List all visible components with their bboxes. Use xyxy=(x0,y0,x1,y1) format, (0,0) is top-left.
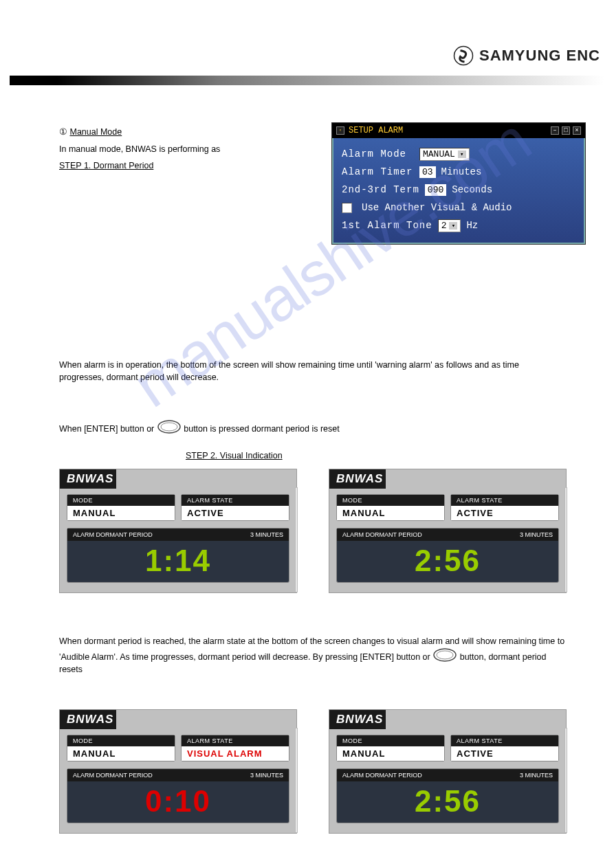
alarm-mode-label: Alarm Mode xyxy=(342,148,414,159)
mode-value: MANUAL xyxy=(67,506,175,520)
state-header: ALARM STATE xyxy=(182,495,289,506)
term-unit: Seconds xyxy=(452,184,492,195)
bnwas-title: BNWAS xyxy=(60,469,116,489)
setup-alarm-titlebar: ◦ SETUP ALARM – □ × xyxy=(332,123,585,138)
bnwas-panel-4: BNWAS MODE MANUAL ALARM STATE ACTIVE ALA… xyxy=(329,709,567,834)
brand-text: SAMYUNG ENC xyxy=(479,47,600,65)
mode-value: MANUAL xyxy=(67,746,175,761)
period-time: 2:56 xyxy=(337,781,558,823)
manual-mode-label: Manual Mode xyxy=(69,127,122,137)
window-min-icon[interactable]: – xyxy=(551,126,559,135)
step2-heading: STEP 2. Visual Indication xyxy=(186,449,283,462)
enter-prompt-line: When [ENTER] button or button is pressed… xyxy=(59,419,554,435)
state-header: ALARM STATE xyxy=(451,735,558,746)
window-menu-icon[interactable]: ◦ xyxy=(336,126,344,135)
period-label: ALARM DORMANT PERIOD xyxy=(73,772,153,779)
mode-heading-line: ① Manual Mode xyxy=(59,126,320,138)
tone-label: 1st Alarm Tone xyxy=(342,220,432,231)
dormant-period-box: ALARM DORMANT PERIOD 3 MINUTES 1:14 xyxy=(67,528,289,583)
bnwas-panel-2: BNWAS MODE MANUAL ALARM STATE ACTIVE ALA… xyxy=(329,469,567,593)
step1-heading: STEP 1. Dormant Period xyxy=(59,159,320,172)
mode-box: MODE MANUAL xyxy=(67,735,175,761)
term-input[interactable]: 090 xyxy=(425,184,446,196)
brand-logo-icon xyxy=(453,45,474,66)
brand: SAMYUNG ENC xyxy=(453,45,600,66)
setup-alarm-title: SETUP ALARM xyxy=(349,126,403,135)
mode-box: MODE MANUAL xyxy=(336,735,445,761)
period-minutes: 3 MINUTES xyxy=(250,531,283,538)
mode-value: MANUAL xyxy=(337,746,444,761)
alarm-timer-unit: Minutes xyxy=(441,166,482,177)
state-header: ALARM STATE xyxy=(182,735,289,746)
use-another-checkbox[interactable] xyxy=(342,203,352,213)
header-gradient-bar xyxy=(10,76,604,85)
mode-value: MANUAL xyxy=(337,506,444,520)
bnwas-title: BNWAS xyxy=(60,710,116,729)
bnwas-title: BNWAS xyxy=(329,469,386,489)
state-box: ALARM STATE VISUAL ALARM xyxy=(181,735,289,761)
state-value: VISUAL ALARM xyxy=(182,746,289,761)
panel-scrollbar[interactable] xyxy=(295,728,298,833)
period-minutes: 3 MINUTES xyxy=(520,531,553,538)
period-label: ALARM DORMANT PERIOD xyxy=(73,531,153,538)
alarm-timer-label: Alarm Timer xyxy=(342,166,414,177)
mode-box: MODE MANUAL xyxy=(67,494,175,521)
period-time: 2:56 xyxy=(337,541,558,582)
setup-alarm-window: ◦ SETUP ALARM – □ × Alarm Mode MANUAL▾ A… xyxy=(331,122,586,245)
use-another-label: Use Another Visual & Audio xyxy=(362,202,512,213)
bnwas-panel-3: BNWAS MODE MANUAL ALARM STATE VISUAL ALA… xyxy=(59,709,297,834)
mode-box: MODE MANUAL xyxy=(336,494,445,521)
mode-header: MODE xyxy=(67,735,175,746)
mode-header: MODE xyxy=(337,735,444,746)
mode-header: MODE xyxy=(67,495,175,506)
bnwas-panel-1: BNWAS MODE MANUAL ALARM STATE ACTIVE ALA… xyxy=(59,469,297,593)
state-value: ACTIVE xyxy=(451,506,558,520)
period-minutes: 3 MINUTES xyxy=(520,772,553,779)
state-box: ALARM STATE ACTIVE xyxy=(450,494,559,521)
panel-scrollbar[interactable] xyxy=(564,728,567,833)
dormant-period-box: ALARM DORMANT PERIOD 3 MINUTES 2:56 xyxy=(336,768,559,823)
chevron-down-icon: ▾ xyxy=(449,222,457,230)
mode-header: MODE xyxy=(337,495,444,506)
setup-alarm-body: Alarm Mode MANUAL▾ Alarm Timer 03 Minute… xyxy=(332,138,585,244)
state-header: ALARM STATE xyxy=(451,495,558,506)
period-minutes: 3 MINUTES xyxy=(250,772,283,779)
period-time: 0:10 xyxy=(67,781,289,823)
step1-body: When alarm is in operation, the bottom o… xyxy=(59,359,554,383)
panel-scrollbar[interactable] xyxy=(295,487,298,592)
dormant-period-box: ALARM DORMANT PERIOD 3 MINUTES 0:10 xyxy=(67,768,289,823)
enter-oval-icon xyxy=(432,647,457,663)
state-box: ALARM STATE ACTIVE xyxy=(181,494,289,521)
period-label: ALARM DORMANT PERIOD xyxy=(342,531,422,538)
bnwas-title: BNWAS xyxy=(329,710,386,729)
state-value: ACTIVE xyxy=(451,746,558,761)
panel-scrollbar[interactable] xyxy=(564,487,567,592)
step2-body: When dormant period is reached, the alar… xyxy=(59,635,568,676)
state-box: ALARM STATE ACTIVE xyxy=(450,735,559,761)
term-label: 2nd-3rd Term xyxy=(342,184,419,195)
period-label: ALARM DORMANT PERIOD xyxy=(342,772,422,779)
alarm-timer-input[interactable]: 03 xyxy=(419,166,436,178)
period-time: 1:14 xyxy=(67,541,289,582)
chevron-down-icon: ▾ xyxy=(458,151,466,158)
tone-select[interactable]: 2▾ xyxy=(438,219,461,232)
state-value: ACTIVE xyxy=(182,506,289,520)
enter-oval-icon xyxy=(157,419,182,434)
dormant-period-box: ALARM DORMANT PERIOD 3 MINUTES 2:56 xyxy=(336,528,559,583)
tone-unit: Hz xyxy=(466,220,478,231)
alarm-mode-select[interactable]: MANUAL▾ xyxy=(419,148,470,161)
window-max-icon[interactable]: □ xyxy=(562,126,570,135)
intro-text: In manual mode, BNWAS is performing as xyxy=(59,143,320,155)
window-close-icon[interactable]: × xyxy=(573,126,581,135)
